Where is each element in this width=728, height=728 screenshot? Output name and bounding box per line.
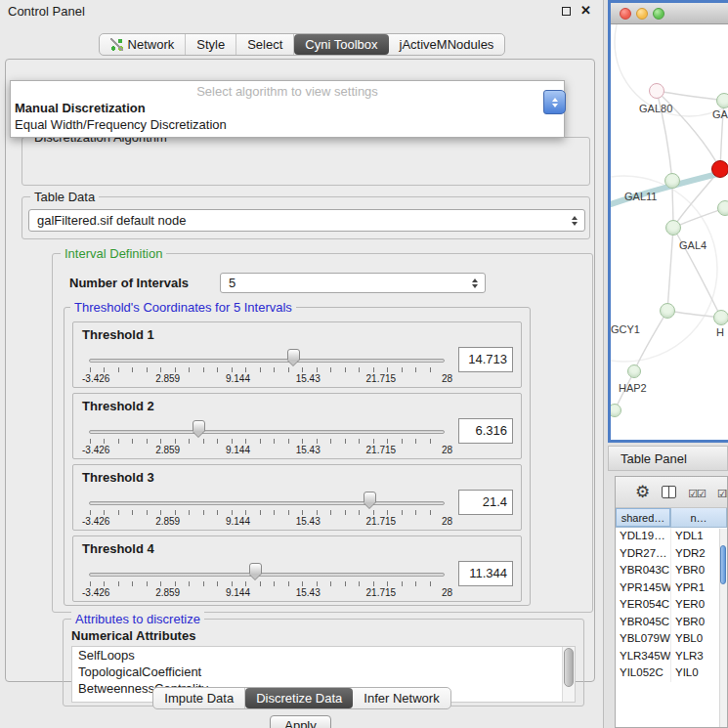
network-node-label: GCY1	[611, 323, 640, 335]
threshold-value-field[interactable]: 6.316	[458, 418, 513, 444]
network-node[interactable]	[717, 200, 728, 216]
minimize-traffic-icon[interactable]	[636, 8, 648, 20]
threshold-slider[interactable]: -3.4262.8599.14415.4321.71528	[89, 560, 445, 601]
scale-tick-label: 28	[442, 587, 452, 598]
settings-gear-icon[interactable]	[635, 482, 650, 502]
slider-thumb[interactable]	[193, 420, 205, 432]
column-header[interactable]: n…	[671, 508, 727, 528]
table-row[interactable]: YDL19…YDL1	[616, 528, 727, 545]
slider-scale-labels: -3.4262.8599.14415.4321.71528	[82, 373, 452, 384]
table-cell: YDL19…	[616, 528, 671, 545]
slider-thumb[interactable]	[287, 349, 300, 361]
network-node[interactable]	[711, 160, 728, 178]
threshold-value-field[interactable]: 14.713	[458, 347, 513, 372]
table-row[interactable]: YBR043CYBR0	[616, 562, 727, 579]
tab-impute-data[interactable]: Impute Data	[153, 688, 245, 708]
threshold-value-field[interactable]: 21.4	[458, 490, 513, 515]
group-title: Interval Definition	[61, 246, 166, 261]
network-view-window[interactable]: GAL80GAGAL11GAL4GCY1HAP2H	[608, 0, 728, 443]
scale-tick-label: 28	[442, 516, 452, 527]
attribute-list-item[interactable]: SelfLoops	[72, 647, 575, 664]
table-cell: YBR043C	[616, 562, 671, 579]
network-node[interactable]	[716, 93, 728, 108]
slider-ticks	[90, 581, 444, 586]
table-body: YDL19…YDL1YDR27…YDR2YBR043CYBR0YPR145WYP…	[616, 528, 727, 682]
table-data-combobox[interactable]: galFiltered.sif default node	[28, 209, 585, 232]
tab-label: Cyni Toolbox	[305, 37, 377, 52]
tab-style[interactable]: Style	[186, 34, 236, 55]
tab-jactivemnodules[interactable]: jActiveMNodules	[389, 34, 505, 55]
table-row[interactable]: YPR145WYPR1	[616, 579, 727, 597]
zoom-traffic-icon[interactable]	[653, 8, 664, 20]
threshold-panel: Threshold 321.4-3.4262.8599.14415.4321.7…	[72, 464, 522, 531]
tab-cyni-toolbox[interactable]: Cyni Toolbox	[294, 34, 388, 55]
threshold-slider[interactable]: -3.4262.8599.14415.4321.71528	[89, 489, 445, 530]
network-node[interactable]	[660, 303, 675, 319]
table-row[interactable]: YER054CYER0	[616, 596, 727, 614]
top-tabbar: NetworkStyleSelectCyni ToolboxjActiveMNo…	[0, 33, 604, 56]
scrollbar-thumb[interactable]	[720, 545, 726, 584]
table-cell: YBL079W	[616, 630, 671, 648]
threshold-panel: Threshold 26.316-3.4262.8599.14415.4321.…	[72, 393, 522, 459]
combobox-value: 5	[229, 276, 236, 290]
table-row[interactable]: YBR045CYBR0	[616, 614, 727, 631]
algorithm-dropdown-popup: Select algorithm to view settings Manual…	[10, 80, 565, 138]
number-of-intervals-combobox[interactable]: 5	[220, 273, 486, 293]
slider-scale-labels: -3.4262.8599.14415.4321.71528	[82, 516, 452, 527]
table-row[interactable]: YIL052CYIL0	[616, 664, 727, 682]
table-scrollbar[interactable]	[719, 529, 727, 727]
network-node-label: GAL80	[639, 103, 672, 114]
tab-label: Network	[128, 37, 175, 52]
scale-tick-label: 15.43	[296, 373, 321, 384]
scale-tick-label: 2.859	[155, 516, 180, 527]
select-columns-icon[interactable]	[688, 484, 706, 501]
table-panel-title: Table Panel	[609, 447, 727, 466]
tab-select[interactable]: Select	[236, 34, 294, 55]
popup-option-equal-width-frequency-discretization[interactable]: Equal Width/Frequency Discretization	[11, 116, 564, 133]
slider-track	[89, 573, 445, 577]
scale-tick-label: 21.715	[366, 587, 397, 598]
close-traffic-icon[interactable]	[620, 8, 631, 20]
column-header[interactable]: shared…	[616, 508, 671, 528]
slider-ticks	[90, 439, 444, 444]
interval-definition-group: Interval Definition Number of Intervals …	[52, 253, 593, 613]
up-arrow-icon	[552, 98, 558, 102]
network-node[interactable]	[665, 220, 681, 236]
float-window-icon[interactable]	[562, 7, 571, 16]
table-row[interactable]: YBL079WYBL0	[616, 630, 727, 648]
network-node[interactable]	[664, 173, 680, 189]
network-node[interactable]	[649, 83, 664, 99]
slider-thumb[interactable]	[249, 563, 262, 575]
cyni-toolbox-panel: Discretization Algorithm Table Data galF…	[5, 59, 595, 682]
network-canvas[interactable]: GAL80GAGAL11GAL4GCY1HAP2H	[611, 24, 728, 443]
slider-ticks	[90, 510, 444, 515]
select-rows-icon[interactable]	[717, 484, 728, 501]
slider-thumb[interactable]	[364, 492, 376, 503]
scrollbar-thumb[interactable]	[564, 648, 574, 687]
scale-tick-label: -3.426	[82, 373, 109, 384]
popup-option-manual-discretization[interactable]: Manual Discretization	[11, 100, 564, 116]
threshold-slider[interactable]: -3.4262.8599.14415.4321.71528	[89, 346, 445, 387]
tab-infer-network[interactable]: Infer Network	[353, 688, 450, 708]
tab-discretize-data[interactable]: Discretize Data	[245, 688, 353, 708]
network-node[interactable]	[713, 310, 728, 325]
network-node[interactable]	[627, 364, 641, 378]
apply-button[interactable]: Apply	[270, 715, 331, 728]
algorithm-combobox-stepper[interactable]	[543, 90, 566, 114]
threshold-panel: Threshold 114.713-3.4262.8599.14415.4321…	[72, 321, 522, 388]
table-row[interactable]: YDR27…YDR2	[616, 545, 727, 563]
attribute-list-item[interactable]: TopologicalCoefficient	[72, 664, 575, 680]
threshold-value-field[interactable]: 11.344	[458, 561, 513, 586]
close-icon[interactable]	[580, 3, 591, 18]
scale-tick-label: 9.144	[226, 373, 250, 384]
network-window-titlebar[interactable]	[611, 3, 728, 24]
discretization-algorithm-group: Discretization Algorithm	[21, 137, 590, 186]
combobox-stepper-icon	[572, 216, 578, 226]
tab-label: Select	[247, 37, 282, 52]
table-row[interactable]: YLR345WYLR3	[616, 648, 727, 665]
tab-network[interactable]: Network	[100, 34, 187, 55]
split-columns-icon[interactable]	[662, 486, 676, 498]
network-node-label: H	[716, 326, 724, 338]
tab-label: Discretize Data	[256, 691, 342, 706]
threshold-slider[interactable]: -3.4262.8599.14415.4321.71528	[89, 417, 445, 458]
